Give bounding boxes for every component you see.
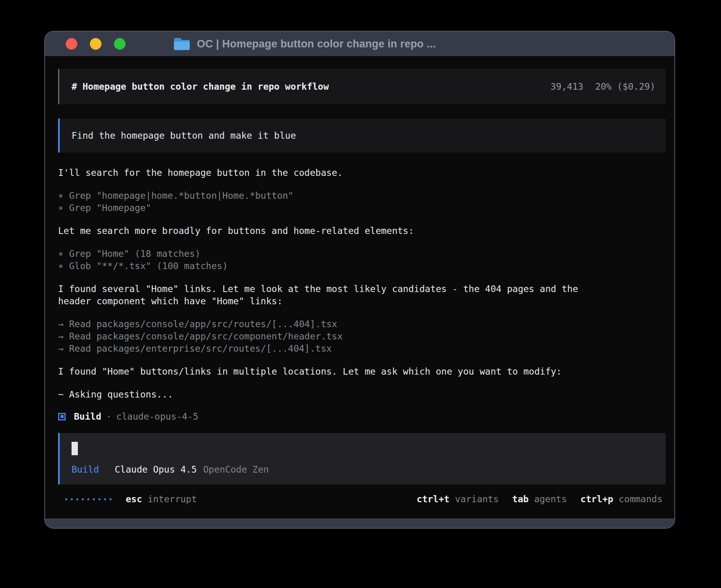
agent-name: Build bbox=[74, 411, 101, 422]
agent-status-line: Build · claude-opus-4-5 bbox=[58, 411, 666, 422]
window-bottom-chrome bbox=[45, 518, 674, 528]
window-title: OC | Homepage button color change in rep… bbox=[197, 38, 436, 50]
interrupt-hint: esc interrupt bbox=[126, 494, 197, 504]
spinner-dot bbox=[76, 498, 78, 500]
title-group: OC | Homepage button color change in rep… bbox=[173, 37, 436, 51]
session-stats: 39,413 20% ($0.29) bbox=[551, 81, 655, 92]
spinner-dot bbox=[109, 498, 111, 500]
status-bar: esc interrupt ctrl+t variantstab agentsc… bbox=[58, 494, 666, 504]
user-message: Find the homepage button and make it blu… bbox=[58, 119, 666, 153]
tool-call-block: ∗ Grep "Home" (18 matches)∗ Glob "**/*.t… bbox=[58, 248, 666, 272]
prompt-input[interactable]: Build Claude Opus 4.5 OpenCode Zen bbox=[58, 433, 666, 484]
separator-dot: · bbox=[106, 411, 111, 422]
input-model-label[interactable]: Claude Opus 4.5 bbox=[115, 464, 197, 476]
text-cursor bbox=[72, 442, 78, 455]
spinner-dot bbox=[93, 498, 95, 500]
tool-call-block: → Read packages/console/app/src/routes/[… bbox=[58, 318, 666, 355]
minimize-button[interactable] bbox=[90, 38, 102, 50]
input-provider-label: OpenCode Zen bbox=[203, 464, 269, 476]
terminal-line: I found "Home" buttons/links in multiple… bbox=[58, 366, 666, 378]
input-meta: Build Claude Opus 4.5 OpenCode Zen bbox=[72, 464, 666, 476]
agent-build-icon bbox=[58, 413, 66, 420]
context-cost: 20% ($0.29) bbox=[595, 81, 655, 92]
terminal-line: I found several "Home" links. Let me loo… bbox=[58, 283, 666, 295]
terminal-line: ∗ Grep "Home" (18 matches) bbox=[58, 248, 666, 260]
status-left: esc interrupt bbox=[65, 494, 197, 504]
tool-call-block: ∗ Grep "homepage|home.*button|Home.*butt… bbox=[58, 190, 666, 214]
terminal-line: → Read packages/console/app/src/componen… bbox=[58, 330, 666, 343]
terminal-line: ~ Asking questions... bbox=[58, 388, 666, 401]
spinner-dot bbox=[65, 498, 67, 500]
keybind-hints: ctrl+t variantstab agentsctrl+p commands bbox=[417, 494, 662, 504]
session-title: # Homepage button color change in repo w… bbox=[72, 81, 329, 92]
traffic-lights bbox=[66, 38, 126, 50]
window-titlebar[interactable]: OC | Homepage button color change in rep… bbox=[45, 32, 674, 56]
spinner-dot bbox=[104, 498, 106, 500]
keybind-hint-variants: ctrl+t variants bbox=[417, 494, 499, 504]
terminal-line: ∗ Grep "homepage|home.*button|Home.*butt… bbox=[58, 190, 666, 202]
activity-spinner-dots bbox=[65, 498, 111, 500]
session-header: # Homepage button color change in repo w… bbox=[58, 69, 666, 104]
assistant-text-block: I found several "Home" links. Let me loo… bbox=[58, 283, 666, 307]
spinner-dot bbox=[82, 498, 84, 500]
spinner-dot bbox=[71, 498, 73, 500]
esc-key: esc bbox=[126, 494, 142, 504]
spinner-dot bbox=[87, 498, 89, 500]
close-button[interactable] bbox=[66, 38, 77, 50]
spinner-dot bbox=[98, 498, 100, 500]
keybind-hint-agents: tab agents bbox=[512, 494, 567, 504]
terminal-line: → Read packages/enterprise/src/routes/[.… bbox=[58, 343, 666, 355]
assistant-text-block: I'll search for the homepage button in t… bbox=[58, 167, 666, 179]
terminal-line: I'll search for the homepage button in t… bbox=[58, 167, 666, 179]
terminal-line: → Read packages/console/app/src/routes/[… bbox=[58, 318, 666, 330]
maximize-button[interactable] bbox=[114, 38, 126, 50]
terminal-line: Let me search more broadly for buttons a… bbox=[58, 225, 666, 237]
assistant-text-block: ~ Asking questions... bbox=[58, 388, 666, 401]
assistant-text-block: Let me search more broadly for buttons a… bbox=[58, 225, 666, 237]
assistant-transcript: I'll search for the homepage button in t… bbox=[58, 167, 666, 411]
terminal-line: ∗ Grep "Homepage" bbox=[58, 202, 666, 214]
keybind-hint-commands: ctrl+p commands bbox=[580, 494, 662, 504]
terminal-window: OC | Homepage button color change in rep… bbox=[44, 31, 675, 529]
terminal-line: ∗ Glob "**/*.tsx" (100 matches) bbox=[58, 260, 666, 272]
user-message-text: Find the homepage button and make it blu… bbox=[72, 130, 296, 142]
folder-icon bbox=[173, 37, 191, 51]
interrupt-label bbox=[142, 494, 148, 504]
terminal-line: header component which have "Home" links… bbox=[58, 295, 666, 307]
input-agent-label[interactable]: Build bbox=[72, 464, 99, 476]
agent-model: claude-opus-4-5 bbox=[116, 411, 198, 422]
assistant-text-block: I found "Home" buttons/links in multiple… bbox=[58, 366, 666, 378]
token-count: 39,413 bbox=[551, 81, 583, 92]
terminal-content: # Homepage button color change in repo w… bbox=[45, 56, 674, 518]
